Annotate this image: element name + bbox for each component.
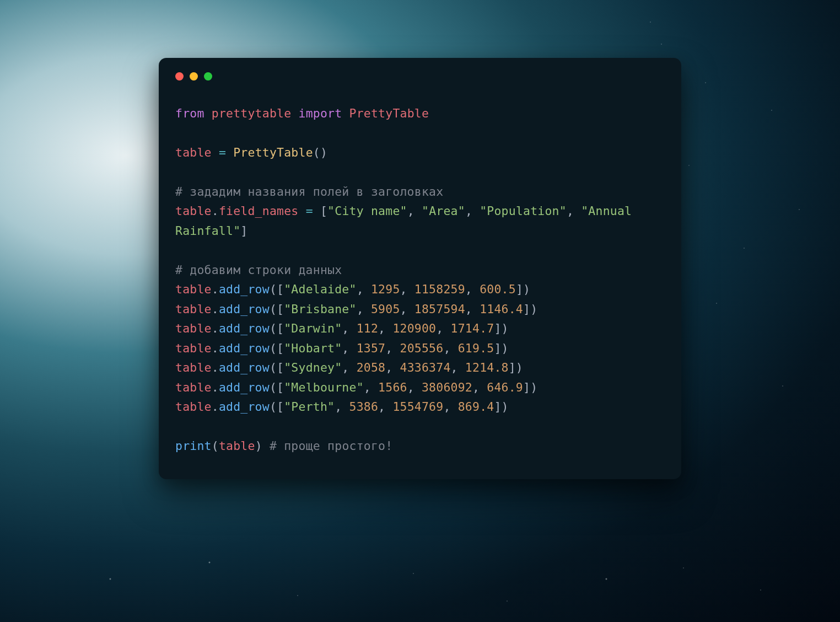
str-population: "Population" <box>480 204 567 218</box>
row-3: table.add_row(["Hobart", 1357, 205556, 6… <box>175 341 509 355</box>
comment-rows: # добавим строки данных <box>175 263 342 277</box>
comma: , <box>407 204 422 218</box>
row-4: table.add_row(["Sydney", 2058, 4336374, … <box>175 361 523 374</box>
comment-fields: # зададим названия полей в заголовках <box>175 185 443 199</box>
maximize-icon[interactable] <box>204 72 212 81</box>
keyword-from: from <box>175 106 204 120</box>
code-window: from prettytable import PrettyTable tabl… <box>159 58 681 479</box>
op-assign: = <box>306 204 313 218</box>
row-1: table.add_row(["Brisbane", 5905, 1857594… <box>175 302 537 316</box>
var-table: table <box>175 204 212 218</box>
comment-easy: # проще простого! <box>270 439 392 453</box>
attr-field-names: field_names <box>219 204 299 218</box>
paren-open: ( <box>212 439 219 453</box>
code-block: from prettytable import PrettyTable tabl… <box>175 104 665 456</box>
var-table: table <box>219 439 255 453</box>
window-titlebar <box>175 72 665 81</box>
class-import: PrettyTable <box>349 106 429 120</box>
close-icon[interactable] <box>175 72 184 81</box>
row-2: table.add_row(["Darwin", 112, 120900, 17… <box>175 321 509 335</box>
module-name: prettytable <box>212 106 292 120</box>
keyword-import: import <box>298 106 342 120</box>
row-6: table.add_row(["Perth", 5386, 1554769, 8… <box>175 400 509 414</box>
dot: . <box>212 204 219 218</box>
minimize-icon[interactable] <box>190 72 198 81</box>
fn-print: print <box>175 439 212 453</box>
row-0: table.add_row(["Adelaide", 1295, 1158259… <box>175 282 530 296</box>
row-5: table.add_row(["Melbourne", 1566, 380609… <box>175 380 537 394</box>
comma: , <box>567 204 581 218</box>
class-call: PrettyTable <box>233 146 313 159</box>
bracket-close: ] <box>240 224 247 238</box>
comma: , <box>465 204 480 218</box>
var-table: table <box>175 146 212 159</box>
str-area: "Area" <box>422 204 465 218</box>
str-city-name: "City name" <box>327 204 407 218</box>
op-assign: = <box>219 146 226 159</box>
paren-close: ) <box>255 439 262 453</box>
parens: () <box>313 146 327 159</box>
bracket-open: [ <box>320 204 327 218</box>
